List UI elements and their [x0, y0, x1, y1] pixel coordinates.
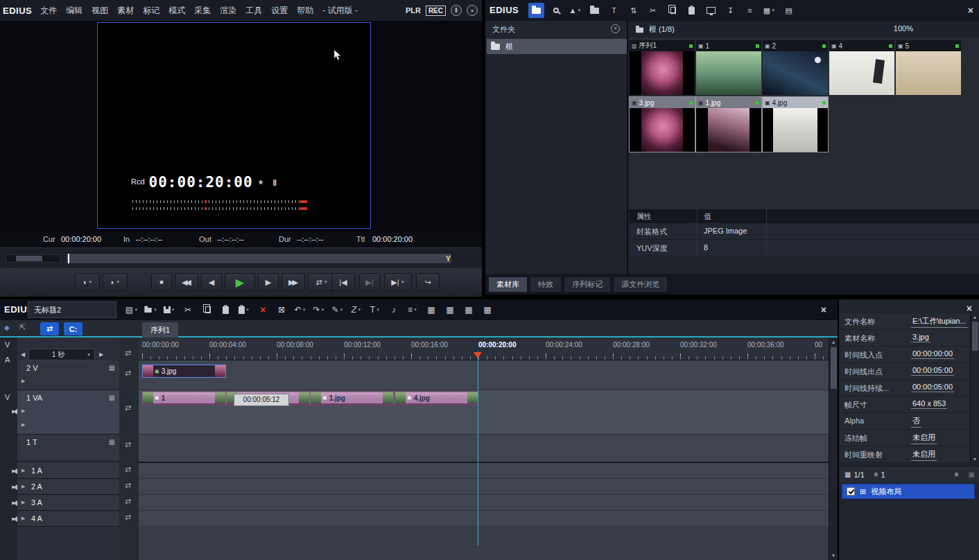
track-header-1a[interactable]: ▶ 1 A: [17, 463, 119, 479]
tab-bin[interactable]: 素材库: [489, 277, 527, 292]
track-sync-toggle[interactable]: ⇄: [125, 369, 131, 378]
bin-paste-button[interactable]: [684, 3, 700, 18]
info-value[interactable]: 00:00:00:00: [911, 349, 954, 359]
timeline-vscrollbar[interactable]: ▲ ▼: [829, 338, 838, 560]
bin-new-folder-button[interactable]: [587, 3, 603, 18]
position-marker[interactable]: [68, 254, 69, 263]
cut-button[interactable]: ✂: [180, 301, 196, 318]
next-edit-disabled-button[interactable]: ▶|: [359, 273, 380, 291]
track-sync-toggle[interactable]: ⇄: [125, 497, 131, 506]
source-patch-a[interactable]: A: [5, 356, 10, 364]
asset-card-focused[interactable]: ▣4.jpg: [763, 97, 828, 152]
info-value[interactable]: 3.jpg: [911, 333, 930, 342]
bin-search-button[interactable]: [548, 3, 564, 18]
bin-import-button[interactable]: ↧: [722, 3, 738, 18]
open-project-button[interactable]: ▼: [142, 301, 159, 318]
pause-window-button[interactable]: Ⅱ: [451, 5, 462, 16]
bin-transfer-button[interactable]: ⇅: [625, 3, 641, 18]
menu-render[interactable]: 渲染: [220, 5, 236, 17]
track-row-3a[interactable]: [139, 495, 829, 511]
playhead-line[interactable]: [478, 351, 478, 545]
speaker-icon[interactable]: [12, 469, 19, 475]
track-sync-toggle[interactable]: ⇄: [125, 481, 131, 490]
tab-sequence1[interactable]: 序列1: [142, 322, 178, 338]
track-header-2v[interactable]: 2 V ▦ ▶: [17, 360, 119, 390]
menu-mode[interactable]: 模式: [168, 5, 185, 17]
bin-show-in-player-button[interactable]: [703, 3, 719, 18]
zoom-out-button[interactable]: ◀: [21, 351, 25, 358]
next-edit-button[interactable]: ▶|▼: [384, 273, 412, 291]
scroll-thumb[interactable]: [972, 322, 978, 351]
track-row-2v[interactable]: [139, 360, 829, 390]
play-button[interactable]: ▶: [225, 273, 255, 291]
panel-button-2[interactable]: ▦: [442, 301, 458, 318]
track-header-4a[interactable]: ▶ 4 A: [17, 511, 119, 527]
close-bin-button[interactable]: ×: [968, 5, 973, 16]
zoom-in-button[interactable]: ▶: [99, 351, 103, 358]
replace-button[interactable]: ▼: [236, 301, 252, 318]
bin-copy-button[interactable]: [664, 3, 680, 18]
tab-list-page[interactable]: ≡1: [874, 471, 885, 479]
expand-track-button[interactable]: ▶: [21, 468, 25, 473]
menu-view[interactable]: 视图: [92, 5, 108, 17]
menu-help[interactable]: 帮助: [297, 5, 313, 17]
new-sequence-button[interactable]: ▤▼: [123, 301, 140, 318]
rewind-button[interactable]: ◀◀: [175, 273, 198, 291]
zoom-scrollbar[interactable]: [6, 254, 61, 263]
menu-capture[interactable]: 采集: [194, 5, 211, 17]
clip-1jpg[interactable]: ▣1.jpg: [310, 392, 394, 405]
track-tool-icon[interactable]: ◆: [4, 324, 10, 331]
video-layout-item[interactable]: ⊞ 视频布局: [842, 484, 975, 499]
tab-source-browser[interactable]: 源文件浏览: [614, 277, 667, 292]
expand-track-button[interactable]: ▶: [21, 500, 25, 505]
folder-item-root[interactable]: 根: [487, 39, 627, 54]
close-player-button[interactable]: ×: [467, 5, 478, 16]
source-patch-v2[interactable]: V: [5, 393, 10, 401]
scroll-up-icon[interactable]: ▲: [971, 315, 979, 320]
bin-folder-view-button[interactable]: [528, 3, 544, 18]
tab-effects[interactable]: 特效: [530, 277, 561, 292]
column-divider[interactable]: [697, 209, 698, 223]
set-out-button[interactable]: ◗▼: [103, 273, 128, 291]
track-header-2a[interactable]: ▶ 2 A: [17, 479, 119, 495]
close-timeline-button[interactable]: ×: [821, 304, 826, 315]
expand-track-button[interactable]: ▶: [21, 484, 25, 489]
edit-mode-button[interactable]: Z▼: [348, 301, 365, 318]
track-row-2a[interactable]: [139, 479, 829, 495]
set-in-button[interactable]: ◖▼: [75, 273, 100, 291]
track-sync-toggle[interactable]: ⇄: [125, 440, 131, 449]
bin-up-folder-button[interactable]: ▲▼: [567, 3, 583, 18]
track-sync-toggle[interactable]: ⇄: [125, 403, 131, 412]
clip-3jpg-selected[interactable]: ▣3.jpg: [142, 365, 226, 378]
delete-button[interactable]: ×: [254, 301, 271, 318]
bin-thumb-view-button[interactable]: ▦▼: [761, 3, 777, 18]
sync-point-icon[interactable]: ⇱: [19, 323, 26, 332]
info-value[interactable]: 未启用: [911, 449, 937, 461]
tab-sequence-markers[interactable]: 序列标记: [564, 277, 610, 292]
title-button[interactable]: T▼: [367, 301, 383, 318]
timescale-select[interactable]: 1 秒▼: [28, 349, 95, 360]
expand-track-button[interactable]: ▶: [21, 378, 25, 384]
stop-button[interactable]: ■: [151, 273, 172, 291]
clip-4jpg[interactable]: ▣4.jpg: [395, 392, 478, 405]
close-info-button[interactable]: ×: [967, 303, 972, 314]
fast-forward-button[interactable]: ▶▶: [281, 273, 305, 291]
timeline-ruler[interactable]: 00:00:00:00 00:00:04:00 00:00:08:00 00:0…: [139, 338, 829, 360]
info-value[interactable]: 00:00:05:00: [911, 383, 954, 392]
track-row-1t[interactable]: [139, 435, 829, 462]
expand-track-button[interactable]: ▶: [21, 516, 25, 521]
speaker-icon[interactable]: [12, 409, 19, 415]
c-mode-button[interactable]: C:: [64, 322, 83, 335]
clip-1[interactable]: ▣1: [142, 392, 226, 405]
rec-mode-button[interactable]: REC: [426, 6, 446, 16]
info-palette-button[interactable]: ▣: [969, 471, 975, 478]
export-button[interactable]: ↪: [416, 273, 440, 291]
expand-track-button[interactable]: ▶: [21, 408, 25, 414]
voiceover-button[interactable]: ♪: [385, 301, 402, 318]
ripple-delete-button[interactable]: ⊠: [273, 301, 290, 318]
video-preview[interactable]: Rcd00:00:20:00*Ⅱ: [97, 22, 371, 229]
next-frame-button[interactable]: ▶: [258, 273, 279, 291]
column-divider[interactable]: [766, 209, 767, 223]
zoom-scrollbar-thumb[interactable]: [16, 256, 42, 261]
insert-mode-button[interactable]: ⇄: [40, 322, 59, 335]
